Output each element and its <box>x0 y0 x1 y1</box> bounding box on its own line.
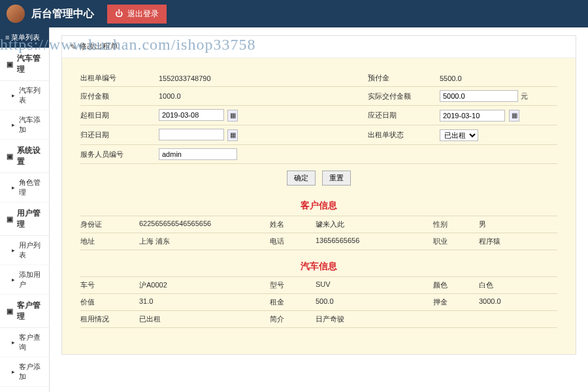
caret-right-icon: ▸ <box>12 92 15 99</box>
due-date-input[interactable] <box>440 110 505 122</box>
caret-right-icon: ▸ <box>12 184 15 191</box>
group-icon: ▣ <box>7 60 13 69</box>
label-order-no: 出租单编号 <box>80 73 159 83</box>
sidebar-item-label: 客户添加 <box>19 362 42 382</box>
avatar[interactable] <box>7 5 25 23</box>
sidebar-item-label: 用户列表 <box>19 240 42 260</box>
label-car-no: 车号 <box>80 280 139 290</box>
sidebar-item[interactable]: ▸客户添加 <box>0 357 49 387</box>
group-icon: ▣ <box>7 307 13 316</box>
label-car-rent: 租金 <box>270 297 316 307</box>
value-job: 程序猿 <box>479 237 557 246</box>
sidebar-group-head[interactable]: ▣汽车管理 <box>0 48 49 81</box>
calendar-icon[interactable]: ▦ <box>227 110 238 122</box>
label-gender: 性别 <box>433 220 479 229</box>
submit-button[interactable]: 确定 <box>287 171 316 186</box>
car-section-title: 汽车信息 <box>80 250 557 277</box>
label-car-pledge: 押金 <box>433 297 479 307</box>
sidebar-group-head[interactable]: ▣出租管理 <box>0 387 49 392</box>
sidebar-group-label: 汽车管理 <box>17 53 42 75</box>
group-icon: ▣ <box>7 215 13 223</box>
logout-label: 退出登录 <box>127 9 159 18</box>
sidebar-item-label: 客户查询 <box>19 333 42 352</box>
edit-icon: ✎ <box>70 42 76 52</box>
value-car-rent: 500.0 <box>316 297 433 307</box>
label-phone: 电话 <box>270 237 316 246</box>
label-job: 职业 <box>433 237 479 246</box>
status-select[interactable]: 已出租 <box>440 129 478 141</box>
return-date-input[interactable] <box>159 129 224 140</box>
label-car-value: 价值 <box>80 297 139 307</box>
logout-button[interactable]: ⏻ 退出登录 <box>107 5 167 24</box>
sidebar-item-label: 添加用户 <box>19 270 42 289</box>
sidebar-item-label: 角色管理 <box>19 178 42 197</box>
sidebar-item[interactable]: ▸添加用户 <box>0 265 49 295</box>
power-icon: ⏻ <box>115 9 123 18</box>
label-return-date: 归还日期 <box>80 130 159 140</box>
label-address: 地址 <box>80 237 139 246</box>
group-icon: ▣ <box>7 152 13 161</box>
caret-right-icon: ▸ <box>12 122 15 128</box>
label-car-type: 型号 <box>270 280 316 290</box>
panel: ✎ 修改出租单 出租单编号 1552033748790 预付金 5500.0 应… <box>61 35 576 355</box>
label-staff: 服务人员编号 <box>80 150 159 159</box>
value-deposit: 5500.0 <box>440 74 557 82</box>
value-car-usage: 已出租 <box>139 314 270 324</box>
value-idcard: 622565656546565656 <box>139 220 270 229</box>
calendar-icon[interactable]: ▦ <box>509 110 519 122</box>
sidebar-group-head[interactable]: ▣用户管理 <box>0 203 49 236</box>
value-phone: 13656565656 <box>316 237 433 246</box>
value-car-no: 沪A0002 <box>139 280 270 290</box>
sidebar-item-label: 汽车列表 <box>19 86 42 105</box>
caret-right-icon: ▸ <box>12 247 15 253</box>
value-gender: 男 <box>479 220 557 229</box>
sidebar-item[interactable]: ▸汽车列表 <box>0 81 49 110</box>
app-title: 后台管理中心 <box>31 7 94 21</box>
sidebar: ≡ 菜单列表 ▣汽车管理▸汽车列表▸汽车添加▣系统设置▸角色管理▣用户管理▸用户… <box>0 27 50 392</box>
value-payable: 1000.0 <box>159 92 289 100</box>
actual-unit: 元 <box>521 91 528 101</box>
sidebar-item[interactable]: ▸汽车添加 <box>0 110 49 140</box>
label-status: 出租单状态 <box>368 130 440 140</box>
sidebar-group-head[interactable]: ▣系统设置 <box>0 140 49 173</box>
label-idcard: 身份证 <box>80 220 139 229</box>
value-car-pledge: 3000.0 <box>479 297 557 307</box>
main-content: ✎ 修改出租单 出租单编号 1552033748790 预付金 5500.0 应… <box>50 27 588 392</box>
label-due-date: 应还日期 <box>368 110 440 120</box>
reset-button[interactable]: 重置 <box>322 171 351 186</box>
staff-input[interactable] <box>159 148 237 160</box>
sidebar-group-head[interactable]: ▣客户管理 <box>0 295 49 328</box>
value-address: 上海 浦东 <box>139 237 270 246</box>
value-car-type: SUV <box>316 280 433 290</box>
caret-right-icon: ▸ <box>12 276 15 283</box>
sidebar-item[interactable]: ▸角色管理 <box>0 173 49 203</box>
caret-right-icon: ▸ <box>12 368 15 375</box>
value-car-intro: 日产奇骏 <box>316 314 433 324</box>
label-start-date: 起租日期 <box>80 110 159 120</box>
value-order-no: 1552033748790 <box>159 74 289 82</box>
sidebar-group-label: 系统设置 <box>17 145 42 167</box>
top-bar: 后台管理中心 ⏻ 退出登录 <box>0 0 588 27</box>
sidebar-item[interactable]: ▸客户查询 <box>0 328 49 357</box>
sidebar-item-label: 汽车添加 <box>19 115 42 135</box>
label-car-usage: 租用情况 <box>80 314 139 324</box>
value-name: 璩来入此 <box>316 220 433 229</box>
actual-input[interactable] <box>440 90 518 102</box>
label-car-color: 颜色 <box>433 280 479 290</box>
label-deposit: 预付金 <box>368 73 440 83</box>
label-name: 姓名 <box>270 220 316 229</box>
sidebar-group-label: 用户管理 <box>17 208 42 230</box>
sidebar-item[interactable]: ▸用户列表 <box>0 236 49 265</box>
value-car-value: 31.0 <box>139 297 270 307</box>
value-car-color: 白色 <box>479 280 557 290</box>
panel-title: ✎ 修改出租单 <box>62 36 576 58</box>
start-date-input[interactable] <box>159 109 224 121</box>
label-actual: 实际交付金额 <box>368 91 440 101</box>
customer-section-title: 客户信息 <box>80 189 557 216</box>
label-payable: 应付金额 <box>80 91 159 101</box>
caret-right-icon: ▸ <box>12 339 15 346</box>
sidebar-toggle[interactable]: ≡ 菜单列表 <box>0 27 49 48</box>
label-car-intro: 简介 <box>270 314 316 324</box>
menu-icon: ≡ <box>5 33 9 41</box>
calendar-icon[interactable]: ▦ <box>227 129 238 141</box>
